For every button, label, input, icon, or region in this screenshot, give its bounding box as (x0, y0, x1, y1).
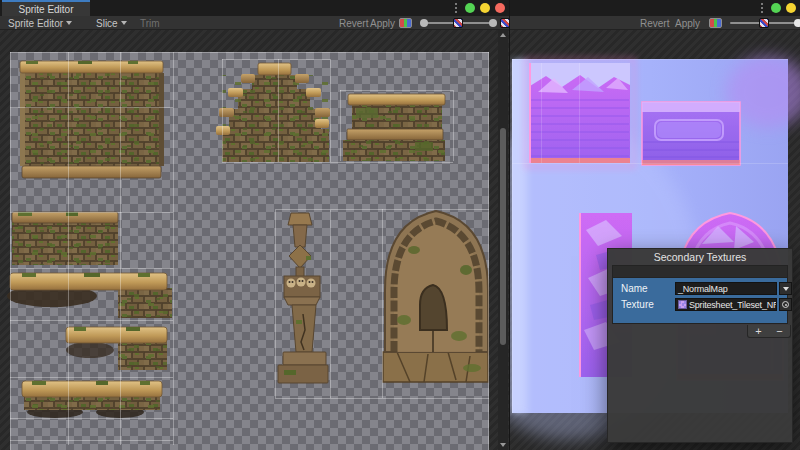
texture-thumbnail-icon (678, 300, 687, 309)
window-control-green-icon[interactable] (771, 3, 781, 13)
vertical-scrollbar[interactable] (498, 30, 508, 450)
texture-object-field[interactable]: Spritesheet_Tileset_NRM (675, 298, 777, 311)
slider-end-dot[interactable] (489, 19, 497, 27)
right-window-controls (761, 0, 800, 16)
scroll-down-icon[interactable] (500, 443, 506, 447)
name-row: Name _NormalMap (613, 282, 787, 295)
mip-slider-knob-icon[interactable] (453, 18, 463, 28)
object-picker-icon (782, 301, 789, 308)
sprite-stepped-wall[interactable] (216, 63, 330, 162)
trim-button[interactable]: Trim (138, 16, 162, 30)
window-menu-icon[interactable] (455, 3, 457, 13)
scrollbar-thumb[interactable] (500, 128, 506, 345)
left-toolbar: Sprite Editor Slice Trim Revert Apply (0, 16, 509, 30)
rgb-alpha-swatch-icon[interactable] (399, 18, 412, 28)
left-sprite-editor-window: Sprite Editor Sprite Editor Slice Trim (0, 0, 509, 450)
spritesheet-canvas[interactable] (0, 30, 509, 450)
sprite-altar-platform[interactable] (343, 94, 445, 161)
chevron-down-icon (783, 287, 789, 291)
secondary-textures-list: Name _NormalMap Texture Spritesheet_Tile… (612, 265, 788, 324)
add-entry-button[interactable]: + (748, 325, 769, 337)
rgb-alpha-swatch-icon[interactable] (709, 18, 722, 28)
normal-map-altar (642, 102, 740, 165)
left-tab-bar: Sprite Editor (0, 0, 509, 16)
window-control-yellow-icon[interactable] (786, 3, 796, 13)
chevron-down-icon (121, 21, 127, 25)
list-header (613, 266, 787, 278)
remove-entry-button[interactable]: − (769, 325, 790, 337)
sprite-platform-short[interactable] (66, 327, 167, 370)
sprite-mid-wall[interactable] (12, 212, 118, 265)
slice-dropdown[interactable]: Slice (94, 16, 129, 30)
sprite-platform-long[interactable] (7, 273, 172, 318)
slider-end-dot[interactable] (794, 19, 800, 27)
name-dropdown-field[interactable]: _NormalMap (675, 282, 777, 295)
sprite-platform-bottom[interactable] (22, 381, 162, 418)
sprite-editor-screen: Sprite Editor Sprite Editor Slice Trim (0, 0, 800, 450)
revert-button[interactable]: Revert (337, 16, 370, 30)
texture-row: Texture Spritesheet_Tileset_NRM (613, 298, 787, 311)
right-tab-bar (510, 0, 800, 16)
list-footer: + − (747, 325, 791, 338)
window-menu-icon[interactable] (761, 3, 763, 13)
name-dropdown-button[interactable] (779, 282, 792, 295)
sprite-skull-column[interactable] (278, 213, 328, 383)
slider-start-dot[interactable] (420, 19, 428, 27)
apply-button[interactable]: Apply (673, 16, 702, 30)
right-toolbar: Revert Apply (510, 16, 800, 30)
panel-title: Secondary Textures (608, 249, 792, 265)
apply-button[interactable]: Apply (368, 16, 397, 30)
mip-slider-knob-icon[interactable] (759, 18, 769, 28)
selected-entry[interactable]: Name _NormalMap Texture Spritesheet_Tile… (613, 278, 787, 323)
texture-label: Texture (621, 299, 654, 310)
revert-button[interactable]: Revert (638, 16, 671, 30)
sprite-editor-mode-dropdown[interactable]: Sprite Editor (6, 16, 74, 30)
chevron-down-icon (66, 21, 72, 25)
sprite-stone-doorway[interactable] (383, 211, 488, 382)
scroll-up-icon[interactable] (500, 33, 506, 37)
tab-sprite-editor[interactable]: Sprite Editor (2, 0, 90, 16)
window-control-green-icon[interactable] (465, 3, 475, 13)
secondary-textures-panel: Secondary Textures Name _NormalMap Textu… (607, 248, 793, 443)
tab-label: Sprite Editor (18, 4, 73, 15)
window-control-red-icon[interactable] (495, 3, 505, 13)
left-window-controls (455, 0, 505, 16)
name-label: Name (621, 283, 648, 294)
spritesheet-art (0, 30, 509, 450)
object-picker-button[interactable] (779, 298, 792, 311)
window-control-yellow-icon[interactable] (480, 3, 490, 13)
sprite-large-wall[interactable] (20, 61, 164, 178)
